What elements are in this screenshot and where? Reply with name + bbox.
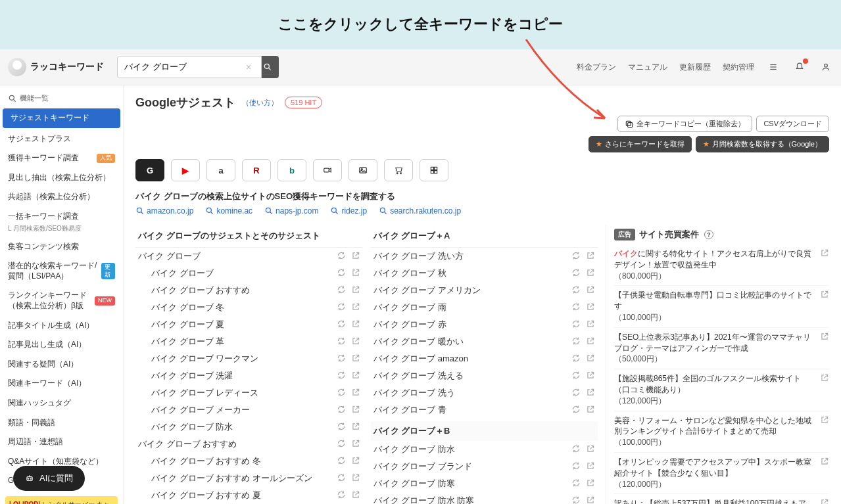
copy-all-button[interactable]: 全キーワードコピー（重複除去） — [617, 116, 752, 132]
reload-icon[interactable] — [571, 251, 581, 262]
keyword-text[interactable]: バイク グローブ 洗う — [373, 387, 572, 399]
keyword-text[interactable]: バイク グローブ — [138, 250, 337, 262]
reload-icon[interactable] — [337, 251, 346, 262]
reload-icon[interactable] — [571, 371, 581, 382]
reload-icon[interactable] — [571, 444, 581, 455]
reload-icon[interactable] — [337, 490, 346, 501]
sidebar-item[interactable]: 関連する疑問（AI） — [0, 355, 123, 375]
external-link-icon[interactable] — [351, 285, 360, 296]
reload-icon[interactable] — [337, 388, 346, 399]
sidebar-item[interactable]: サジェストキーワード — [3, 108, 120, 128]
external-link-icon[interactable] — [586, 336, 595, 348]
reload-icon[interactable] — [337, 354, 346, 365]
keyword-text[interactable]: バイク グローブ 雨 — [373, 302, 572, 313]
source-youtube[interactable]: ▶ — [171, 159, 200, 181]
keyword-text[interactable]: バイク グローブ 防水 — [151, 421, 337, 433]
external-link-icon[interactable] — [351, 422, 360, 433]
reload-icon[interactable] — [337, 319, 346, 331]
keyword-text[interactable]: バイク グローブ アメリカン — [373, 285, 572, 296]
search-input[interactable] — [117, 56, 262, 78]
keyword-text[interactable]: バイク グローブ — [151, 267, 337, 279]
external-link-icon[interactable] — [586, 354, 595, 365]
keyword-text[interactable]: バイク グローブ 革 — [151, 336, 337, 348]
keyword-text[interactable]: バイク グローブ 冬 — [151, 302, 337, 313]
sidebar-item[interactable]: 見出し抽出（検索上位分析） — [0, 168, 123, 188]
sidebar-item[interactable]: 潜在的な検索キーワード/質問（LSI/PAA）更新 — [0, 256, 123, 286]
external-link-icon[interactable] — [351, 371, 360, 382]
seo-site-link[interactable]: naps-jp.com — [264, 206, 318, 216]
reload-icon[interactable] — [337, 285, 346, 296]
keyword-text[interactable]: バイク グローブ ブランド — [373, 461, 572, 472]
howto-link[interactable]: （使い方） — [242, 98, 278, 108]
source-amazon[interactable]: a — [206, 159, 235, 181]
source-video[interactable] — [313, 159, 342, 181]
ad-item[interactable]: 【オリンピック需要でアクセスアップ中】スケボー教室紹介サイト【競合少なく狙い目】… — [614, 453, 829, 494]
reload-icon[interactable] — [571, 354, 581, 365]
external-link-icon[interactable] — [820, 248, 829, 281]
reload-icon[interactable] — [337, 302, 346, 313]
sidebar-item[interactable]: 記事タイトル生成（AI） — [0, 316, 123, 336]
reload-icon[interactable] — [337, 456, 346, 467]
ad-item[interactable]: 【SEO上位表示3記事あり】2021年〜運営のママチャリブログ・テーマはアフィン… — [614, 328, 829, 369]
external-link-icon[interactable] — [351, 439, 360, 450]
csv-download-button[interactable]: CSVダウンロード — [756, 116, 829, 132]
reload-icon[interactable] — [571, 336, 581, 348]
app-logo[interactable]: ラッコキーワード — [8, 58, 104, 76]
keyword-text[interactable]: バイク グローブ 洗濯 — [151, 370, 337, 382]
external-link-icon[interactable] — [586, 285, 595, 296]
sidebar-item[interactable]: 関連キーワード（AI） — [0, 374, 123, 394]
keyword-text[interactable]: バイク グローブ おすすめ 夏 — [151, 490, 337, 501]
ad-item[interactable]: 【施設掲載865件】全国のゴルフスクール検索サイト（口コミ機能あり）（120,0… — [614, 369, 829, 411]
keyword-text[interactable]: バイク グローブ 防水 — [373, 444, 572, 455]
ad-item[interactable]: 美容・リフォーム・サロンなど愛知県を中心とした地域別ランキングサイト合計6サイト… — [614, 411, 829, 453]
external-link-icon[interactable] — [351, 354, 360, 365]
promo-banner[interactable]: LOLIPOP! レンタルサーバー キャンペーン中！ — [5, 496, 118, 504]
sidebar-item[interactable]: 共起語（検索上位分析） — [0, 187, 123, 207]
external-link-icon[interactable] — [351, 268, 360, 279]
reload-icon[interactable] — [337, 371, 346, 382]
keyword-text[interactable]: バイク グローブ 秋 — [373, 267, 572, 279]
ad-item[interactable]: バイクに関する特化サイト！アクセス右肩上がりで良質デザイン！放置で収益発生中（8… — [614, 244, 829, 286]
nav-plans[interactable]: 料金プラン — [577, 62, 616, 73]
reload-icon[interactable] — [337, 422, 346, 433]
source-bing[interactable]: b — [277, 159, 306, 181]
keyword-text[interactable]: バイク グローブ 防寒 — [373, 478, 572, 490]
keyword-text[interactable]: バイク グローブ 洗い方 — [373, 250, 572, 262]
external-link-icon[interactable] — [820, 373, 829, 406]
external-link-icon[interactable] — [351, 490, 360, 501]
get-volume-button[interactable]: ★月間検索数を取得する（Google） — [696, 136, 829, 152]
seo-site-link[interactable]: search.rakuten.co.jp — [379, 206, 461, 216]
seo-site-link[interactable]: ridez.jp — [330, 206, 367, 216]
reload-icon[interactable] — [337, 336, 346, 348]
keyword-text[interactable]: バイク グローブ amazon — [373, 353, 572, 365]
sidebar-item[interactable]: サジェストプラス — [0, 129, 123, 149]
reload-icon[interactable] — [337, 405, 346, 416]
nav-manual[interactable]: マニュアル — [628, 62, 667, 73]
seo-site-link[interactable]: komine.ac — [205, 206, 252, 216]
keyword-text[interactable]: バイク グローブ レディース — [151, 387, 337, 399]
external-link-icon[interactable] — [586, 405, 595, 416]
external-link-icon[interactable] — [586, 478, 595, 490]
keyword-text[interactable]: バイク グローブ ワークマン — [151, 353, 337, 365]
reload-icon[interactable] — [571, 319, 581, 331]
external-link-icon[interactable] — [351, 405, 360, 416]
reload-icon[interactable] — [337, 268, 346, 279]
get-more-keywords-button[interactable]: ★さらにキーワードを取得 — [589, 136, 692, 152]
reload-icon[interactable] — [571, 388, 581, 399]
reload-icon[interactable] — [337, 473, 346, 484]
source-google[interactable]: G — [135, 159, 164, 181]
sidebar-item[interactable]: 獲得キーワード調査人気 — [0, 149, 123, 168]
sidebar-item[interactable]: 記事見出し生成（AI） — [0, 335, 123, 355]
external-link-icon[interactable] — [586, 444, 595, 455]
reload-icon[interactable] — [571, 478, 581, 490]
external-link-icon[interactable] — [820, 332, 829, 365]
external-link-icon[interactable] — [586, 268, 595, 279]
reload-icon[interactable] — [337, 439, 346, 450]
reload-icon[interactable] — [571, 495, 581, 505]
sidebar-item[interactable]: 関連ハッシュタグ — [0, 394, 123, 413]
ad-item[interactable]: 訳あり：【総売上537万円】単月利益100万円越えもアリ！訳ありの非属人2chま… — [614, 494, 829, 504]
external-link-icon[interactable] — [586, 302, 595, 313]
external-link-icon[interactable] — [351, 336, 360, 348]
bell-icon[interactable] — [792, 60, 807, 74]
keyword-text[interactable]: バイク グローブ 夏 — [151, 319, 337, 331]
